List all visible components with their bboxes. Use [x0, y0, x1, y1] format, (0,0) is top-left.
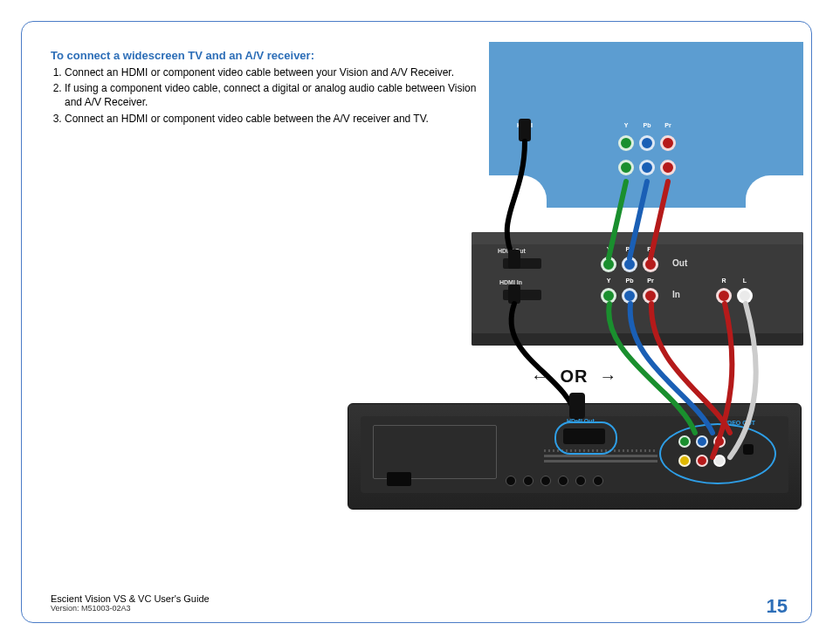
avr-in-y-jack-icon [601, 288, 616, 304]
arrow-left-icon: ← [531, 367, 549, 386]
version-text: Version: M51003-02A3 [51, 604, 210, 613]
tv-y-jack-icon [618, 135, 634, 151]
avr-out-pr-jack-icon [643, 257, 658, 272]
device-y-jack-icon [678, 435, 691, 448]
tv-pr-jack-icon [660, 160, 676, 175]
avr-out-label: Out [672, 258, 687, 268]
avr-in-pb-jack-icon [622, 288, 637, 304]
guide-title: Escient Vision VS & VC User's Guide [51, 593, 210, 604]
device-pb-jack-icon [696, 435, 708, 448]
device-audio-r-jack-icon [696, 455, 708, 467]
device-composite-jack-icon [678, 455, 691, 467]
avr-hdmi-out-label: HDMI Out [498, 248, 526, 254]
vision-device-back-panel: HDMI Out VIDEO OUT [348, 403, 802, 510]
hdmi-highlight-icon [554, 421, 617, 455]
avr-audio-r-jack-icon [716, 288, 732, 304]
device-pr-jack-icon [713, 435, 726, 448]
arrow-right-icon: → [599, 367, 617, 386]
avr-hdmi-in-label: HDMI In [499, 279, 522, 285]
tv-pr-jack-icon [660, 135, 676, 151]
device-optical-port-icon [743, 444, 754, 455]
avr-in-label: In [672, 290, 680, 299]
power-socket-icon [387, 472, 411, 486]
av-receiver-back-panel: HDMI Out HDMI In Y Pb Pr Out Y Pb Pr In … [472, 232, 803, 346]
avr-in-pr-jack-icon [643, 288, 658, 304]
or-label: OR [561, 367, 589, 386]
component-pb-label: Pb [639, 122, 655, 128]
avr-hdmi-out-port-icon [503, 258, 541, 269]
tv-y-jack-icon [618, 160, 634, 175]
info-plate-icon [373, 425, 497, 479]
avr-out-pb-jack-icon [622, 257, 637, 272]
or-divider: ← OR → [531, 367, 617, 387]
component-y-label: Y [618, 122, 634, 128]
page-number: 15 [767, 595, 788, 618]
tv-pb-jack-icon [639, 135, 655, 151]
tv-hdmi-label: HDMI [515, 122, 534, 128]
manual-page: To connect a widescreen TV and an A/V re… [0, 0, 833, 644]
avr-audio-l-jack-icon [737, 288, 753, 304]
component-pr-label: Pr [660, 122, 676, 128]
misc-port-icon [506, 476, 516, 486]
connection-diagram: HDMI Y Pb Pr HDMI Out HDMI In Y Pb Pr Ou… [348, 42, 803, 560]
tv-back-panel: HDMI Y Pb Pr [489, 42, 803, 208]
device-audio-l-jack-icon [713, 455, 726, 467]
video-out-highlight-icon [659, 423, 776, 484]
tv-pb-jack-icon [639, 160, 655, 175]
avr-hdmi-in-port-icon [503, 290, 541, 300]
footer: Escient Vision VS & VC User's Guide Vers… [51, 593, 210, 613]
avr-out-y-jack-icon [601, 257, 616, 272]
